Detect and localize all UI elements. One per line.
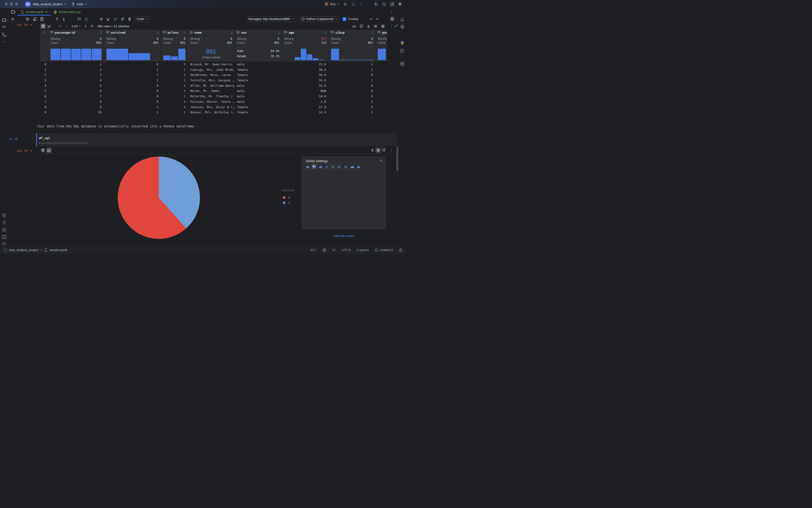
table-cell[interactable]: 35.0 xyxy=(282,78,329,83)
table-cell[interactable]: 2 xyxy=(40,73,48,78)
run-cell-icon[interactable] xyxy=(77,17,81,21)
table-cell[interactable] xyxy=(375,104,387,110)
debug-cell-icon[interactable] xyxy=(84,17,88,21)
clear-outputs-icon[interactable] xyxy=(121,17,125,21)
table-cell[interactable]: 3 xyxy=(161,73,188,78)
restart-kernel-icon[interactable] xyxy=(106,17,110,21)
table-cell[interactable]: 1 xyxy=(104,78,161,83)
table-cell[interactable]: 9 xyxy=(40,110,48,115)
status-project[interactable]: data_analysis_project xyxy=(9,248,39,252)
sort-icon[interactable] xyxy=(325,31,327,34)
tab-dataanalysis-py[interactable]: DataAnalysis.py xyxy=(50,8,83,15)
table-cell[interactable]: 1 xyxy=(40,67,48,73)
column-header-name[interactable]: name xyxy=(188,30,235,35)
vcs-branch-widget[interactable]: main xyxy=(71,1,88,7)
table-row[interactable]: 2313Heikkinen, Miss. Lainafemale26.00 xyxy=(40,73,387,78)
table-row[interactable]: 3411Futrelle, Mrs. Jacques …female35.01 xyxy=(40,78,387,83)
output-options-icon[interactable]: ⋮ xyxy=(390,24,393,28)
table-cell[interactable]: Palsson, Master. Gosta … xyxy=(188,99,235,104)
table-view-toggle[interactable] xyxy=(40,24,46,29)
chart-settings-toggle[interactable]: ⚙ xyxy=(375,147,381,153)
close-panel-icon[interactable]: ✕ xyxy=(380,159,382,162)
table-cell[interactable] xyxy=(375,99,387,104)
table-cell[interactable]: 3 xyxy=(161,62,188,67)
table-cell[interactable]: 8 xyxy=(40,104,48,110)
column-header-parch[interactable]: 123parch xyxy=(375,30,387,35)
table-cell[interactable]: Cumings, Mrs. John Brad… xyxy=(188,67,235,73)
minimize-window-button[interactable] xyxy=(10,3,13,6)
column-header-sex[interactable]: sex xyxy=(235,30,282,35)
table-cell[interactable]: 0 xyxy=(329,88,375,94)
table-settings-icon[interactable] xyxy=(374,25,377,28)
column-header-index[interactable] xyxy=(40,30,48,35)
sort-icon[interactable] xyxy=(372,31,373,34)
table-cell[interactable]: female xyxy=(235,67,282,73)
table-cell[interactable]: Nasser, Mrs. Nicholas (… xyxy=(188,110,235,115)
status-file[interactable]: sample.ipynb xyxy=(49,248,67,252)
project-tool-icon[interactable] xyxy=(2,17,7,22)
table-cell[interactable]: 1 xyxy=(329,62,375,67)
table-cell[interactable]: 22.0 xyxy=(282,62,329,67)
table-row[interactable]: 1211Cumings, Mrs. John Brad…female38.01 xyxy=(40,67,387,73)
chart-view-toggle[interactable] xyxy=(46,147,52,153)
column-header-passengerid[interactable]: 123passengerid xyxy=(48,30,104,35)
table-row[interactable]: 91012Nasser, Mrs. Nicholas (…female14.01 xyxy=(40,110,387,115)
table-row[interactable]: 4503Allen, Mr. William Henrymale35.00 xyxy=(40,83,387,89)
debug-button[interactable] xyxy=(352,2,355,6)
legend-item[interactable]: 1 xyxy=(283,201,290,205)
table-cell[interactable]: 1 xyxy=(161,78,188,83)
table-cell[interactable]: 0 xyxy=(104,94,161,99)
download-chart-icon[interactable] xyxy=(371,148,374,152)
table-cell[interactable]: 3 xyxy=(161,104,188,110)
layout-windows-icon[interactable] xyxy=(400,62,404,66)
stop-kernel-icon[interactable] xyxy=(100,17,103,21)
table-row[interactable]: 5603Moran, Mr. JamesmaleNaN0 xyxy=(40,88,387,94)
chart-type-histogram[interactable] xyxy=(356,164,361,169)
table-cell[interactable]: 35.0 xyxy=(282,83,329,89)
table-cell[interactable]: 1 xyxy=(104,67,161,73)
table-cell[interactable] xyxy=(375,67,387,73)
table-cell[interactable]: NaN xyxy=(282,88,329,94)
chart-type-line[interactable] xyxy=(324,164,329,169)
table-cell[interactable]: 0 xyxy=(329,104,375,110)
run-button[interactable] xyxy=(344,2,347,6)
sort-icon[interactable] xyxy=(100,31,102,34)
more-tools-icon[interactable]: ⋯ xyxy=(2,39,6,44)
cell-type-select[interactable]: Code xyxy=(135,16,150,22)
column-header-survived[interactable]: 123survived xyxy=(104,30,161,35)
run-all-cells-icon[interactable] xyxy=(113,17,117,21)
table-row[interactable]: 0103Braund, Mr. Owen Harrismale22.01 xyxy=(40,62,387,67)
sort-icon[interactable] xyxy=(43,31,45,34)
markdown-cell[interactable]: Your data from the SQL database is autom… xyxy=(37,124,196,128)
table-cell[interactable]: 3 xyxy=(40,78,48,83)
next-cell-icon[interactable] xyxy=(376,18,379,20)
table-cell[interactable]: Moran, Mr. James xyxy=(188,88,235,94)
settings-sync-icon[interactable] xyxy=(390,2,394,6)
table-row[interactable]: 6701McCarthy, Mr. Timothy Jmale54.00 xyxy=(40,94,387,99)
table-cell[interactable] xyxy=(375,110,387,115)
add-cell-icon[interactable] xyxy=(11,17,14,21)
table-cell[interactable] xyxy=(375,78,387,83)
open-in-editor-icon[interactable] xyxy=(360,25,363,28)
out-19-label[interactable]: Out 19 xyxy=(17,149,32,153)
tab-options-icon[interactable]: ⋮ xyxy=(390,10,393,14)
next-page-icon[interactable] xyxy=(85,25,87,28)
jupyter-server-select[interactable]: Managed: http://localhost:8890 xyxy=(246,16,296,22)
browser-icon[interactable] xyxy=(390,17,394,21)
table-cell[interactable]: male xyxy=(235,99,282,104)
table-cell[interactable]: Johnson, Mrs. Oscar W (… xyxy=(188,104,235,110)
sort-icon[interactable] xyxy=(231,31,233,34)
search-icon[interactable] xyxy=(382,2,386,6)
table-view-toggle[interactable] xyxy=(40,147,46,153)
table-cell[interactable]: 5 xyxy=(48,83,104,89)
table-cell[interactable]: 6 xyxy=(48,88,104,94)
chart-type-pie[interactable] xyxy=(312,164,317,169)
table-cell[interactable]: 9 xyxy=(48,104,104,110)
in-19-label[interactable]: In 19 xyxy=(9,137,18,141)
column-header-sibsp[interactable]: 123sibsp xyxy=(329,30,375,35)
table-cell[interactable]: male xyxy=(235,62,282,67)
table-cell[interactable]: 7 xyxy=(40,99,48,104)
zoom-window-button[interactable] xyxy=(15,3,18,6)
column-header-pclass[interactable]: 123pclass xyxy=(161,30,188,35)
table-cell[interactable] xyxy=(375,83,387,89)
